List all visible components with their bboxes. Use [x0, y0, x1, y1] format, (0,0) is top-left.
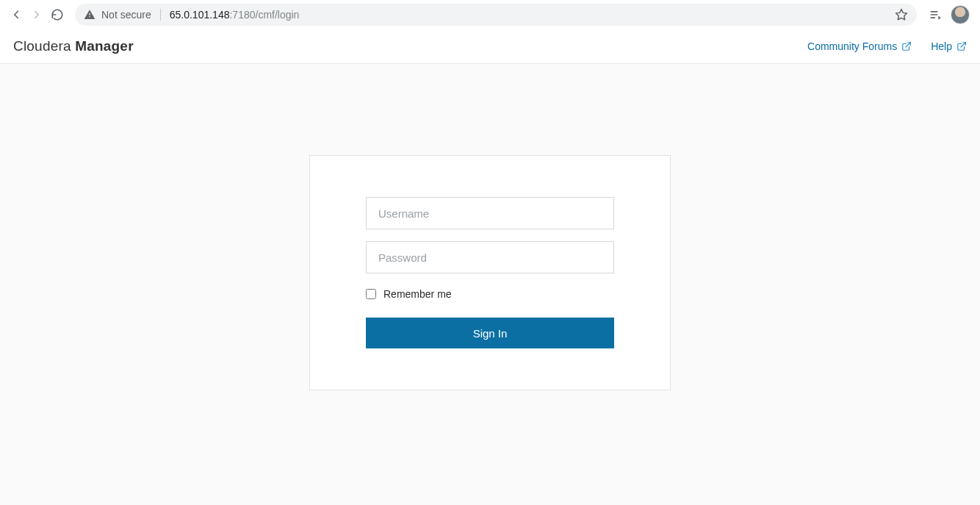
- svg-line-4: [906, 43, 910, 47]
- reload-button[interactable]: [47, 4, 68, 25]
- page-body: Remember me Sign In: [0, 64, 980, 505]
- url-host: 65.0.101.148: [170, 9, 230, 21]
- forward-button[interactable]: [26, 4, 47, 25]
- brand-light: Cloudera: [13, 38, 75, 54]
- bookmark-star-icon[interactable]: [895, 8, 908, 21]
- community-forums-link[interactable]: Community Forums: [807, 40, 912, 52]
- community-forums-label: Community Forums: [807, 40, 897, 52]
- back-button[interactable]: [6, 4, 26, 25]
- svg-marker-0: [896, 10, 907, 20]
- not-secure-icon: [84, 9, 96, 21]
- password-input[interactable]: [366, 241, 614, 273]
- username-input[interactable]: [366, 197, 614, 229]
- external-link-icon: [956, 41, 967, 51]
- help-label: Help: [931, 40, 952, 52]
- media-control-icon[interactable]: [929, 7, 943, 22]
- not-secure-label: Not secure: [101, 9, 151, 21]
- help-link[interactable]: Help: [931, 40, 967, 52]
- address-bar[interactable]: Not secure 65.0.101.148:7180/cmf/login: [75, 4, 917, 26]
- remember-me-checkbox[interactable]: [366, 289, 376, 299]
- omnibox-divider: [160, 9, 161, 21]
- remember-me-label: Remember me: [383, 288, 452, 300]
- url-text: 65.0.101.148:7180/cmf/login: [170, 9, 300, 21]
- remember-me-row[interactable]: Remember me: [366, 288, 614, 300]
- app-header: Cloudera Manager Community Forums Help: [0, 29, 980, 64]
- url-path: :7180/cmf/login: [229, 9, 299, 21]
- login-card: Remember me Sign In: [309, 155, 671, 390]
- profile-avatar[interactable]: [951, 5, 970, 24]
- brand-title: Cloudera Manager: [13, 38, 134, 54]
- external-link-icon: [901, 41, 912, 51]
- sign-in-button[interactable]: Sign In: [366, 318, 614, 348]
- browser-toolbar: Not secure 65.0.101.148:7180/cmf/login: [0, 0, 980, 29]
- svg-line-5: [961, 43, 965, 47]
- brand-bold: Manager: [75, 38, 134, 54]
